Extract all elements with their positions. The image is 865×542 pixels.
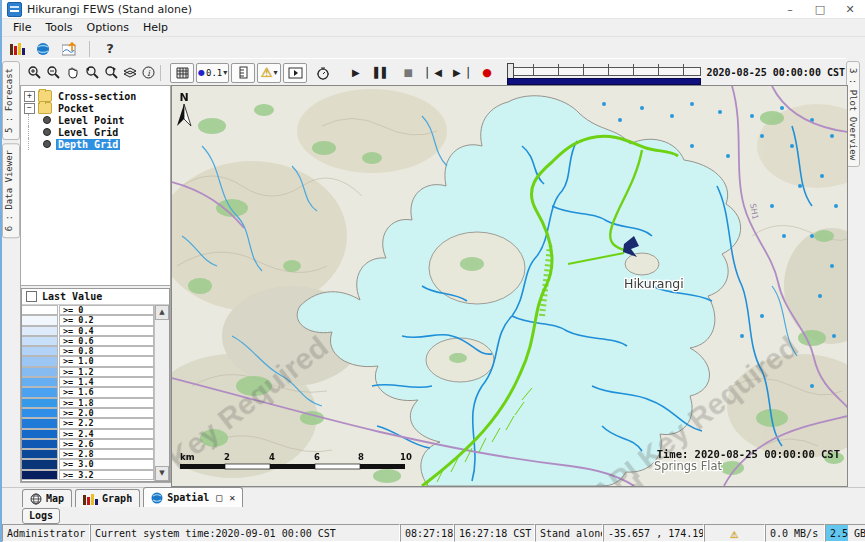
movie-icon[interactable] — [283, 63, 307, 83]
scroll-down-icon[interactable]: ▼ — [155, 466, 169, 481]
legend-color-swatch — [22, 305, 58, 315]
legend-color-swatch — [22, 336, 58, 346]
dock-maximize-icon[interactable]: □ — [216, 492, 222, 503]
profile-chart-icon[interactable] — [60, 41, 78, 57]
tree-item-level-point[interactable]: Level Point — [23, 114, 168, 126]
town-label: Hikurangi — [624, 276, 684, 291]
legend-row[interactable]: >= 2.6 — [22, 439, 154, 449]
layers-icon[interactable] — [121, 64, 138, 82]
last-value-label: Last Value — [42, 291, 102, 302]
ruler-icon[interactable] — [231, 63, 255, 83]
locality-label: Springs Flat — [654, 459, 723, 473]
collapse-icon[interactable]: − — [24, 103, 35, 114]
warning-icon[interactable]: ⚠ — [731, 527, 739, 540]
menu-options[interactable]: Options — [80, 20, 136, 35]
zoom-next-icon[interactable] — [102, 64, 119, 82]
status-text: -35.657 , 174.199 — [608, 528, 704, 539]
time-slider[interactable] — [507, 63, 700, 83]
map-image: SH1 API Key Required API Key Required AP… — [172, 86, 847, 486]
dock-close-icon[interactable]: ✕ — [229, 492, 235, 503]
map-canvas[interactable]: SH1 API Key Required API Key Required AP… — [171, 85, 848, 487]
layer-tree: +Cross-section−PocketLevel PointLevel Gr… — [21, 86, 170, 286]
legend-row[interactable]: >= 1.2 — [22, 367, 154, 377]
legend-row[interactable]: >= 0 — [22, 305, 154, 315]
stop-icon[interactable]: ■ — [400, 64, 417, 82]
legend-row[interactable]: >= 0.4 — [22, 326, 154, 336]
skip-start-icon[interactable]: ▏◀ — [426, 64, 443, 82]
legend-color-swatch — [22, 408, 58, 418]
legend-row[interactable]: >= 0.6 — [22, 336, 154, 346]
scalar-bars-icon[interactable] — [8, 41, 26, 57]
legend-row[interactable]: >= 2.0 — [22, 408, 154, 418]
status-text: Administrator — [7, 528, 85, 539]
legend-panel: Last Value >= 0>= 0.2>= 0.4>= 0.6>= 0.8>… — [21, 288, 170, 482]
legend-row-label: >= 1.0 — [59, 356, 154, 366]
legend-row[interactable]: >= 3.2 — [22, 470, 154, 480]
play-icon[interactable]: ▶ — [347, 64, 364, 82]
legend-row[interactable]: >= 3.0 — [22, 459, 154, 469]
menu-help[interactable]: Help — [136, 20, 175, 35]
grid-icon[interactable] — [170, 63, 194, 83]
pause-icon[interactable]: ▌▌ — [373, 64, 390, 82]
legend-row[interactable]: >= 1.8 — [22, 398, 154, 408]
legend-scrollbar[interactable]: ▲ ▼ — [154, 305, 169, 481]
legend-row[interactable]: >= 0.2 — [22, 315, 154, 325]
tree-item-depth-grid[interactable]: Depth Grid — [23, 138, 168, 150]
maximize-icon[interactable]: □ — [805, 0, 835, 18]
tree-item-level-grid[interactable]: Level Grid — [23, 126, 168, 138]
legend-color-swatch — [22, 398, 58, 408]
title-bar: Hikurangi FEWS (Stand alone) – □ ✕ — [2, 0, 865, 19]
menu-tools[interactable]: Tools — [38, 20, 79, 35]
tree-item-label: Level Grid — [56, 127, 120, 138]
menu-file[interactable]: File — [6, 20, 38, 35]
side-tab-right-0[interactable]: 3 : Plot Overview — [846, 61, 860, 167]
time-slider-handle[interactable] — [507, 63, 514, 79]
last-value-checkbox[interactable] — [26, 291, 37, 302]
legend-row[interactable]: >= 1.6 — [22, 387, 154, 397]
timer-icon[interactable] — [314, 64, 331, 82]
legend-row[interactable]: >= 1.4 — [22, 377, 154, 387]
globe-icon[interactable] — [34, 41, 52, 57]
status-text: 08:27:18 GMT — [405, 528, 454, 539]
wire-globe-icon — [30, 493, 42, 505]
legend-row[interactable]: >= 0.8 — [22, 346, 154, 356]
info-icon[interactable]: i — [140, 64, 157, 82]
status-cell-0: Administrator — [2, 524, 90, 542]
window-title: Hikurangi FEWS (Stand alone) — [27, 3, 192, 16]
zoom-previous-icon[interactable] — [83, 64, 100, 82]
tree-item-pocket[interactable]: −Pocket — [23, 102, 168, 114]
svg-text:km: km — [180, 452, 195, 462]
legend-row[interactable]: >= 1.0 — [22, 356, 154, 366]
tree-connector — [28, 126, 43, 138]
side-tab-left-0[interactable]: 5 : Forecast — [2, 61, 20, 140]
legend-row[interactable]: >= 2.2 — [22, 418, 154, 428]
legend-row-label: >= 0.4 — [59, 326, 154, 336]
close-icon[interactable]: ✕ — [835, 0, 865, 18]
warning-dropdown[interactable]: ⚠▾ — [257, 63, 281, 83]
tab-map[interactable]: Map — [22, 489, 72, 507]
side-tab-left-1[interactable]: 6 : Data Viewer — [2, 143, 20, 238]
zoom-in-icon[interactable] — [26, 64, 43, 82]
menu-bar: FileToolsOptionsHelp — [2, 19, 865, 37]
tab-spatial[interactable]: Spatial □ ✕ — [143, 487, 243, 507]
minimize-icon[interactable]: – — [775, 0, 805, 18]
grid-size-dropdown[interactable]: ●0.1▾ — [196, 63, 229, 83]
svg-text:10: 10 — [400, 452, 412, 462]
legend-color-swatch — [22, 367, 58, 377]
zoom-out-icon[interactable] — [45, 64, 62, 82]
logs-button[interactable]: Logs — [22, 508, 60, 524]
legend-color-swatch — [22, 326, 58, 336]
bar-chart-icon — [83, 493, 98, 505]
legend-color-swatch — [22, 459, 58, 469]
skip-end-icon[interactable]: ▶▕ — [452, 64, 469, 82]
legend-row[interactable]: >= 2.4 — [22, 429, 154, 439]
pan-hand-icon[interactable] — [64, 64, 81, 82]
legend-row-label: >= 1.2 — [59, 367, 154, 377]
expand-icon[interactable]: + — [24, 91, 35, 102]
help-icon[interactable]: ? — [101, 41, 119, 57]
legend-row[interactable]: >= 2.8 — [22, 449, 154, 459]
tab-graph[interactable]: Graph — [75, 489, 140, 507]
scroll-up-icon[interactable]: ▲ — [155, 305, 169, 320]
status-text: Stand alone — [540, 528, 603, 539]
record-icon[interactable]: ● — [478, 64, 495, 82]
